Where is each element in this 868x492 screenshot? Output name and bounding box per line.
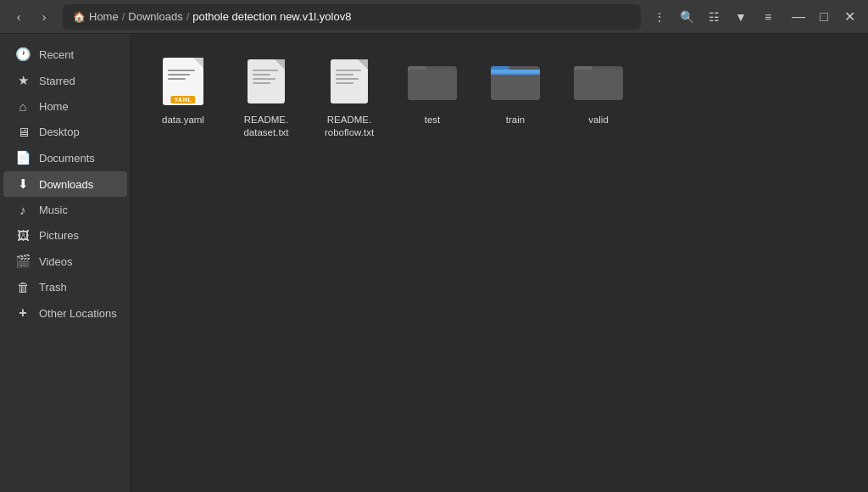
close-icon: ✕ (844, 8, 855, 25)
breadcrumb: 🏠 Home / Downloads / pothole detection n… (63, 4, 641, 30)
home-icon: 🏠 (73, 11, 86, 23)
videos-icon: 🎬 (15, 254, 31, 269)
sidebar-label-other-locations: Other Locations (39, 307, 117, 320)
file-icon-readme-roboflow (322, 54, 376, 109)
documents-icon: 📄 (15, 150, 31, 165)
view-grid-button[interactable]: ☷ (702, 5, 726, 29)
sidebar-label-documents: Documents (39, 152, 95, 165)
sidebar-label-trash: Trash (39, 281, 67, 294)
sidebar-label-starred: Starred (39, 75, 75, 87)
breadcrumb-sep-2: / (186, 10, 190, 23)
close-button[interactable]: ✕ (837, 5, 861, 29)
file-item-readme-roboflow[interactable]: README.roboflow.txt (311, 48, 387, 146)
sidebar-item-downloads[interactable]: ⬇ Downloads (3, 171, 127, 197)
pictures-icon: 🖼 (15, 228, 31, 243)
minimize-button[interactable]: — (787, 5, 810, 29)
file-area: YAML data.yaml README.datase (131, 34, 868, 492)
main-area: 🕐 Recent ★ Starred ⌂ Home 🖥 Desktop 📄 Do… (0, 34, 868, 492)
sidebar-item-documents[interactable]: 📄 Documents (3, 145, 127, 171)
breadcrumb-current: pothole detection new.v1l.yolov8 (192, 10, 351, 23)
file-item-train[interactable]: train (477, 48, 554, 146)
sidebar-label-videos: Videos (39, 255, 73, 268)
downloads-icon: ⬇ (15, 176, 31, 192)
file-icon-test (405, 54, 459, 109)
file-label-data-yaml: data.yaml (162, 114, 204, 126)
sidebar-item-starred[interactable]: ★ Starred (3, 68, 127, 93)
nav-buttons: ‹ › (7, 5, 56, 29)
view-list-button[interactable]: ≡ (756, 5, 780, 29)
home-nav-icon: ⌂ (15, 99, 31, 114)
file-label-test: test (425, 114, 441, 126)
breadcrumb-downloads[interactable]: Downloads (128, 10, 182, 23)
toolbar-actions: ⋮ 🔍 ☷ ▼ ≡ (648, 5, 780, 29)
sidebar-item-trash[interactable]: 🗑 Trash (3, 275, 127, 299)
file-icon-train (488, 54, 542, 109)
sidebar-item-recent[interactable]: 🕐 Recent (3, 42, 127, 67)
file-icon-valid (571, 54, 626, 109)
recent-icon: 🕐 (15, 47, 31, 62)
breadcrumb-home[interactable]: Home (89, 10, 119, 23)
file-item-test[interactable]: test (394, 48, 470, 146)
list-icon: ≡ (765, 10, 771, 24)
forward-icon: › (42, 10, 47, 24)
menu-button[interactable]: ⋮ (648, 5, 671, 29)
sidebar-label-downloads: Downloads (39, 178, 93, 191)
menu-icon: ⋮ (654, 10, 665, 24)
sidebar-label-music: Music (39, 204, 68, 216)
file-label-train: train (506, 114, 525, 126)
svg-rect-2 (408, 70, 457, 100)
sidebar-label-desktop: Desktop (39, 126, 80, 138)
file-label-readme-roboflow: README.roboflow.txt (325, 114, 374, 139)
file-item-readme-dataset[interactable]: README.dataset.txt (228, 48, 304, 146)
file-icon-yaml: YAML (156, 54, 210, 109)
file-label-valid: valid (588, 114, 609, 126)
sidebar-item-music[interactable]: ♪ Music (3, 198, 127, 222)
breadcrumb-sep-1: / (122, 10, 125, 23)
sidebar-item-other-locations[interactable]: + Other Locations (3, 300, 127, 326)
desktop-icon: 🖥 (15, 125, 31, 139)
minimize-icon: — (792, 9, 805, 25)
svg-rect-10 (574, 70, 623, 100)
forward-button[interactable]: › (32, 5, 56, 29)
sidebar-label-recent: Recent (39, 48, 74, 61)
sidebar-label-pictures: Pictures (39, 229, 79, 242)
maximize-icon: □ (820, 9, 828, 25)
chevron-down-icon: ▼ (735, 10, 747, 24)
titlebar: ‹ › 🏠 Home / Downloads / pothole detecti… (0, 0, 868, 34)
svg-rect-7 (491, 70, 540, 73)
file-item-data-yaml[interactable]: YAML data.yaml (145, 48, 221, 146)
search-button[interactable]: 🔍 (675, 5, 698, 29)
trash-icon: 🗑 (15, 280, 31, 294)
music-icon: ♪ (15, 203, 31, 217)
view-grid-icon: ☷ (709, 10, 720, 24)
sidebar-item-desktop[interactable]: 🖥 Desktop (3, 120, 127, 144)
sidebar-item-videos[interactable]: 🎬 Videos (3, 249, 127, 274)
file-label-readme-dataset: README.dataset.txt (243, 114, 288, 139)
sidebar-item-pictures[interactable]: 🖼 Pictures (3, 223, 127, 248)
starred-icon: ★ (15, 73, 31, 88)
back-icon: ‹ (17, 10, 21, 24)
back-button[interactable]: ‹ (7, 5, 31, 29)
other-locations-icon: + (15, 305, 31, 321)
sidebar: 🕐 Recent ★ Starred ⌂ Home 🖥 Desktop 📄 Do… (0, 34, 131, 492)
file-icon-readme-dataset (239, 54, 293, 109)
sidebar-label-home: Home (39, 100, 69, 113)
search-icon: 🔍 (680, 10, 694, 24)
window-controls: — □ ✕ (787, 5, 861, 29)
maximize-button[interactable]: □ (812, 5, 836, 29)
sidebar-item-home[interactable]: ⌂ Home (3, 94, 127, 119)
view-dropdown-button[interactable]: ▼ (729, 5, 753, 29)
file-item-valid[interactable]: valid (560, 48, 637, 146)
